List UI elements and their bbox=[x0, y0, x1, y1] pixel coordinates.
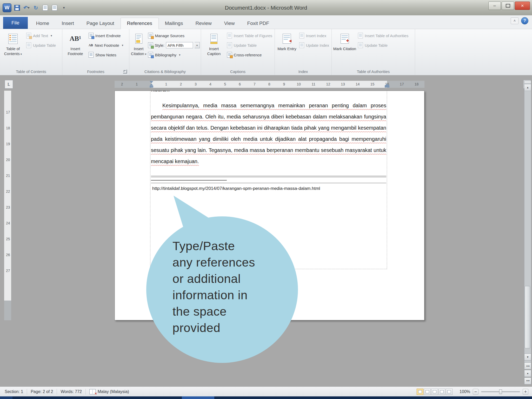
chevron-down-icon: ▾ bbox=[196, 44, 198, 47]
scrollbar-thumb[interactable] bbox=[525, 286, 530, 348]
tab-file[interactable]: File bbox=[3, 17, 28, 29]
undo-dropdown-icon[interactable]: ▾ bbox=[28, 6, 30, 10]
maximize-button[interactable] bbox=[502, 2, 514, 10]
minimize-ribbon-button[interactable]: ˄ bbox=[511, 17, 518, 24]
show-notes-button[interactable]: Show Notes bbox=[87, 51, 124, 58]
undo-button[interactable]: ↶▾ bbox=[23, 4, 30, 11]
insert-caption-button[interactable]: Insert Caption bbox=[202, 30, 226, 68]
zoom-slider[interactable] bbox=[481, 391, 520, 392]
zoom-in-button[interactable]: + bbox=[523, 389, 528, 395]
insert-index-button[interactable]: Insert Index bbox=[298, 32, 330, 39]
status-section[interactable]: Section: 1 bbox=[4, 389, 24, 394]
tab-home[interactable]: Home bbox=[30, 18, 56, 29]
web-layout-view-button[interactable] bbox=[431, 389, 438, 395]
ruler-number: 2 bbox=[121, 81, 123, 88]
update-table-button-toc[interactable]: Update Table bbox=[25, 42, 57, 49]
manage-sources-button[interactable]: Manage Sources bbox=[147, 32, 200, 39]
tab-mailings[interactable]: Mailings bbox=[159, 18, 189, 29]
document-line: sesuatu pihak yang lain. Tegasnya, media… bbox=[151, 145, 386, 156]
tab-insert[interactable]: Insert bbox=[55, 18, 80, 29]
mark-entry-button[interactable]: Mark Entry bbox=[276, 30, 298, 68]
document-line: pembangunan negara. Oleh itu, media seha… bbox=[151, 111, 386, 122]
minimize-button[interactable]: – bbox=[488, 2, 501, 10]
left-indent-marker[interactable] bbox=[150, 86, 153, 88]
ribbon-group-index: Mark Entry Insert Index Update Index Ind… bbox=[275, 29, 332, 75]
clipped-line: hiburan. bbox=[151, 91, 386, 93]
update-table-button-authorities[interactable]: Update Table bbox=[357, 42, 410, 49]
update-index-button[interactable]: Update Index bbox=[298, 42, 330, 49]
full-screen-reading-view-button[interactable] bbox=[424, 389, 431, 395]
tab-view[interactable]: View bbox=[218, 18, 241, 29]
status-word-count[interactable]: Words: 772 bbox=[59, 389, 83, 394]
insert-endnote-button[interactable]: Insert Endnote bbox=[87, 32, 124, 39]
ruler-number: 19 bbox=[6, 142, 10, 146]
tab-stop-selector[interactable]: L bbox=[5, 80, 13, 89]
insert-table-of-authorities-button[interactable]: Insert Table of Authorities bbox=[357, 32, 410, 39]
insert-footnote-button[interactable]: AB¹ Insert Footnote bbox=[63, 30, 87, 68]
update-table-icon bbox=[227, 42, 232, 48]
insert-citation-button[interactable]: Insert Citation▾ bbox=[130, 30, 147, 68]
insert-citation-icon bbox=[133, 31, 144, 46]
print-preview-icon bbox=[52, 5, 57, 11]
tab-references[interactable]: References bbox=[121, 18, 159, 29]
status-page[interactable]: Page: 2 of 2 bbox=[30, 389, 54, 394]
close-icon: × bbox=[521, 3, 524, 9]
add-text-button[interactable]: Add Text▾ bbox=[25, 32, 57, 39]
proofing-errors-icon[interactable]: × bbox=[89, 389, 96, 394]
mark-entry-icon bbox=[281, 31, 292, 46]
ruler-number: 23 bbox=[6, 205, 10, 209]
style-combo-arrow[interactable]: ▾ bbox=[195, 42, 200, 48]
scroll-down-button[interactable]: ▼ bbox=[524, 354, 531, 361]
previous-page-button[interactable]: ▲▲ bbox=[524, 362, 531, 369]
window-controls: – × bbox=[488, 2, 530, 10]
customize-qat-button[interactable]: ▾ bbox=[60, 4, 68, 11]
tab-page-layout[interactable]: Page Layout bbox=[80, 18, 121, 29]
split-handle[interactable] bbox=[524, 81, 531, 84]
zoom-level[interactable]: 100% bbox=[458, 389, 470, 394]
ruler-number: 11 bbox=[311, 81, 315, 88]
bibliography-button[interactable]: Bibliography▾ bbox=[147, 51, 200, 58]
close-button[interactable]: × bbox=[515, 2, 530, 10]
style-combo[interactable]: APA Fifth bbox=[166, 42, 193, 48]
tab-foxit-pdf[interactable]: Foxit PDF bbox=[241, 18, 275, 29]
table-of-contents-button[interactable]: Table of Contents▾ bbox=[1, 30, 25, 68]
ruler-number: 3 bbox=[195, 81, 197, 88]
view-shortcuts bbox=[417, 389, 453, 395]
save-button[interactable] bbox=[14, 4, 21, 11]
style-field: Style: APA Fifth ▾ bbox=[147, 42, 200, 49]
update-table-icon bbox=[358, 42, 363, 48]
ruler-number: 8 bbox=[268, 81, 270, 88]
next-footnote-button[interactable]: ABNext Footnote▾ bbox=[87, 42, 124, 49]
document-page[interactable]: hiburan. Kesimpulannya, media massa seme… bbox=[115, 91, 424, 320]
cross-reference-icon bbox=[227, 52, 232, 58]
outline-view-button[interactable] bbox=[438, 389, 445, 395]
ribbon-tab-row: File Home Insert Page Layout References … bbox=[0, 15, 532, 29]
footnote-separator bbox=[151, 176, 386, 177]
help-button[interactable]: ? bbox=[521, 17, 528, 24]
quick-print-icon bbox=[43, 5, 48, 11]
maximize-icon bbox=[506, 4, 510, 8]
print-preview-button[interactable] bbox=[51, 4, 58, 11]
arrow-down-icon: ▼ bbox=[527, 356, 529, 358]
print-layout-view-button[interactable] bbox=[417, 389, 423, 395]
save-icon bbox=[14, 5, 20, 11]
zoom-out-button[interactable]: − bbox=[473, 389, 478, 395]
next-page-button[interactable]: ▼▼ bbox=[524, 377, 531, 384]
scroll-up-button[interactable]: ▲ bbox=[524, 84, 531, 91]
draft-view-button[interactable] bbox=[446, 389, 453, 395]
update-table-icon bbox=[26, 42, 31, 48]
mark-citation-button[interactable]: Mark Citation bbox=[333, 30, 357, 68]
zoom-slider-thumb[interactable] bbox=[499, 389, 502, 394]
quick-print-button[interactable] bbox=[42, 4, 49, 11]
tab-review[interactable]: Review bbox=[189, 18, 218, 29]
update-table-button-captions[interactable]: Update Table bbox=[226, 42, 274, 49]
footnotes-dialog-launcher[interactable] bbox=[123, 70, 127, 74]
status-language[interactable]: Malay (Malaysia) bbox=[97, 389, 130, 394]
word-logo-icon[interactable]: W bbox=[3, 3, 11, 12]
cross-reference-button[interactable]: Cross-reference bbox=[226, 51, 274, 58]
select-browse-object-button[interactable]: ● bbox=[524, 370, 531, 377]
ruler-number: 22 bbox=[6, 190, 10, 193]
arrow-up-icon: ▲ bbox=[527, 86, 529, 89]
insert-table-of-figures-button[interactable]: Insert Table of Figures bbox=[226, 32, 274, 39]
redo-button[interactable]: ↻ bbox=[32, 4, 39, 11]
